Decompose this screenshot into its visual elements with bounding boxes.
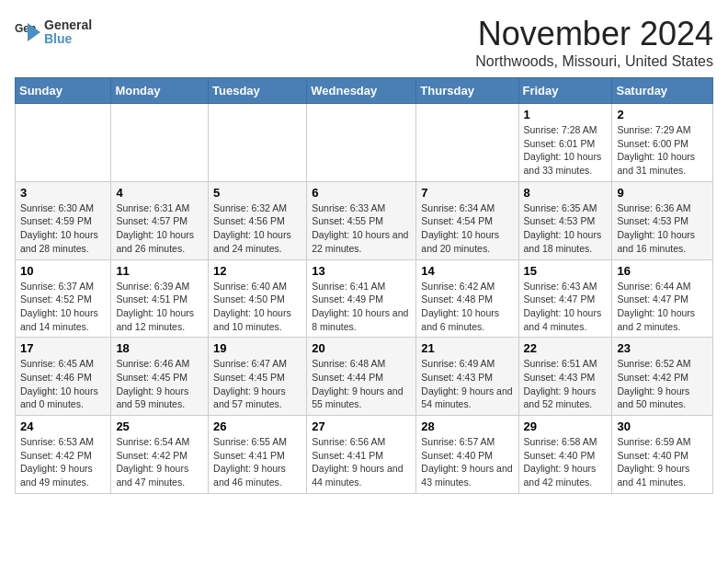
- location-title: Northwoods, Missouri, United States: [475, 53, 713, 70]
- calendar-cell: 27Sunrise: 6:56 AM Sunset: 4:41 PM Dayli…: [307, 416, 416, 494]
- calendar-cell: [416, 104, 518, 182]
- calendar-cell: 19Sunrise: 6:47 AM Sunset: 4:45 PM Dayli…: [209, 338, 307, 416]
- logo-icon: Gen: [15, 19, 40, 45]
- weekday-header-tuesday: Tuesday: [209, 78, 307, 104]
- calendar-cell: 14Sunrise: 6:42 AM Sunset: 4:48 PM Dayli…: [416, 259, 518, 338]
- logo: Gen General Blue: [15, 18, 92, 47]
- page-header: Gen General Blue November 2024 Northwood…: [15, 15, 713, 70]
- day-number: 6: [312, 186, 411, 200]
- day-number: 18: [116, 341, 203, 355]
- day-number: 22: [524, 341, 608, 355]
- logo-blue: Blue: [44, 32, 92, 46]
- weekday-header-thursday: Thursday: [416, 78, 518, 104]
- day-info: Sunrise: 6:45 AM Sunset: 4:46 PM Dayligh…: [20, 357, 106, 411]
- day-info: Sunrise: 6:51 AM Sunset: 4:43 PM Dayligh…: [524, 357, 608, 411]
- day-info: Sunrise: 6:48 AM Sunset: 4:44 PM Dayligh…: [312, 357, 411, 411]
- calendar-cell: 28Sunrise: 6:57 AM Sunset: 4:40 PM Dayli…: [416, 416, 518, 494]
- weekday-header-friday: Friday: [518, 78, 612, 104]
- day-number: 17: [20, 341, 106, 355]
- day-info: Sunrise: 6:59 AM Sunset: 4:40 PM Dayligh…: [617, 435, 708, 489]
- calendar-cell: 13Sunrise: 6:41 AM Sunset: 4:49 PM Dayli…: [307, 259, 416, 338]
- day-info: Sunrise: 6:56 AM Sunset: 4:41 PM Dayligh…: [312, 435, 411, 489]
- weekday-header-saturday: Saturday: [612, 78, 713, 104]
- day-number: 15: [524, 264, 608, 278]
- calendar-cell: [111, 104, 209, 182]
- day-number: 9: [617, 186, 708, 200]
- calendar-cell: 23Sunrise: 6:52 AM Sunset: 4:42 PM Dayli…: [612, 338, 713, 416]
- day-info: Sunrise: 6:30 AM Sunset: 4:59 PM Dayligh…: [20, 201, 106, 256]
- calendar-cell: [209, 104, 307, 182]
- day-number: 7: [421, 186, 513, 200]
- day-info: Sunrise: 6:58 AM Sunset: 4:40 PM Dayligh…: [524, 435, 608, 489]
- day-number: 21: [421, 341, 513, 355]
- day-info: Sunrise: 6:39 AM Sunset: 4:51 PM Dayligh…: [116, 280, 203, 334]
- day-info: Sunrise: 6:40 AM Sunset: 4:50 PM Dayligh…: [213, 280, 301, 334]
- calendar-cell: 8Sunrise: 6:35 AM Sunset: 4:53 PM Daylig…: [518, 181, 612, 259]
- day-info: Sunrise: 6:31 AM Sunset: 4:57 PM Dayligh…: [116, 201, 203, 256]
- calendar-cell: 4Sunrise: 6:31 AM Sunset: 4:57 PM Daylig…: [111, 181, 209, 259]
- calendar-week-5: 24Sunrise: 6:53 AM Sunset: 4:42 PM Dayli…: [16, 416, 713, 494]
- day-info: Sunrise: 6:47 AM Sunset: 4:45 PM Dayligh…: [213, 357, 301, 411]
- calendar-week-2: 3Sunrise: 6:30 AM Sunset: 4:59 PM Daylig…: [16, 181, 713, 259]
- day-info: Sunrise: 7:29 AM Sunset: 6:00 PM Dayligh…: [617, 123, 708, 178]
- day-info: Sunrise: 6:37 AM Sunset: 4:52 PM Dayligh…: [20, 280, 106, 334]
- calendar-week-1: 1Sunrise: 7:28 AM Sunset: 6:01 PM Daylig…: [16, 104, 713, 182]
- calendar-cell: 6Sunrise: 6:33 AM Sunset: 4:55 PM Daylig…: [307, 181, 416, 259]
- calendar-cell: 17Sunrise: 6:45 AM Sunset: 4:46 PM Dayli…: [16, 338, 111, 416]
- day-number: 30: [617, 419, 708, 433]
- calendar-cell: 18Sunrise: 6:46 AM Sunset: 4:45 PM Dayli…: [111, 338, 209, 416]
- day-info: Sunrise: 7:28 AM Sunset: 6:01 PM Dayligh…: [524, 123, 608, 178]
- calendar-week-4: 17Sunrise: 6:45 AM Sunset: 4:46 PM Dayli…: [16, 338, 713, 416]
- calendar-cell: [307, 104, 416, 182]
- calendar-cell: 1Sunrise: 7:28 AM Sunset: 6:01 PM Daylig…: [518, 104, 612, 182]
- day-number: 19: [213, 341, 301, 355]
- calendar-cell: 25Sunrise: 6:54 AM Sunset: 4:42 PM Dayli…: [111, 416, 209, 494]
- day-info: Sunrise: 6:54 AM Sunset: 4:42 PM Dayligh…: [116, 435, 203, 489]
- weekday-header-wednesday: Wednesday: [307, 78, 416, 104]
- day-info: Sunrise: 6:33 AM Sunset: 4:55 PM Dayligh…: [312, 201, 411, 256]
- calendar-cell: 9Sunrise: 6:36 AM Sunset: 4:53 PM Daylig…: [612, 181, 713, 259]
- day-number: 16: [617, 264, 708, 278]
- day-info: Sunrise: 6:34 AM Sunset: 4:54 PM Dayligh…: [421, 201, 513, 256]
- day-number: 26: [213, 419, 301, 433]
- calendar-cell: 5Sunrise: 6:32 AM Sunset: 4:56 PM Daylig…: [209, 181, 307, 259]
- title-block: November 2024 Northwoods, Missouri, Unit…: [475, 15, 713, 70]
- calendar-cell: 12Sunrise: 6:40 AM Sunset: 4:50 PM Dayli…: [209, 259, 307, 338]
- day-number: 11: [116, 264, 203, 278]
- day-number: 10: [20, 264, 106, 278]
- calendar-cell: 20Sunrise: 6:48 AM Sunset: 4:44 PM Dayli…: [307, 338, 416, 416]
- calendar-cell: 15Sunrise: 6:43 AM Sunset: 4:47 PM Dayli…: [518, 259, 612, 338]
- day-number: 8: [524, 186, 608, 200]
- day-number: 27: [312, 419, 411, 433]
- day-info: Sunrise: 6:55 AM Sunset: 4:41 PM Dayligh…: [213, 435, 301, 489]
- weekday-header-sunday: Sunday: [16, 78, 111, 104]
- calendar-cell: 11Sunrise: 6:39 AM Sunset: 4:51 PM Dayli…: [111, 259, 209, 338]
- calendar-cell: 22Sunrise: 6:51 AM Sunset: 4:43 PM Dayli…: [518, 338, 612, 416]
- day-info: Sunrise: 6:44 AM Sunset: 4:47 PM Dayligh…: [617, 280, 708, 334]
- calendar-body: 1Sunrise: 7:28 AM Sunset: 6:01 PM Daylig…: [16, 104, 713, 494]
- day-number: 29: [524, 419, 608, 433]
- day-info: Sunrise: 6:41 AM Sunset: 4:49 PM Dayligh…: [312, 280, 411, 334]
- day-number: 5: [213, 186, 301, 200]
- day-number: 28: [421, 419, 513, 433]
- calendar-week-3: 10Sunrise: 6:37 AM Sunset: 4:52 PM Dayli…: [16, 259, 713, 338]
- day-number: 13: [312, 264, 411, 278]
- calendar-cell: 7Sunrise: 6:34 AM Sunset: 4:54 PM Daylig…: [416, 181, 518, 259]
- day-info: Sunrise: 6:42 AM Sunset: 4:48 PM Dayligh…: [421, 280, 513, 334]
- day-number: 2: [617, 108, 708, 121]
- day-info: Sunrise: 6:49 AM Sunset: 4:43 PM Dayligh…: [421, 357, 513, 411]
- calendar-cell: [16, 104, 111, 182]
- day-number: 3: [20, 186, 106, 200]
- day-info: Sunrise: 6:57 AM Sunset: 4:40 PM Dayligh…: [421, 435, 513, 489]
- day-number: 4: [116, 186, 203, 200]
- logo-general: General: [44, 18, 92, 32]
- day-number: 1: [524, 108, 608, 121]
- calendar-table: SundayMondayTuesdayWednesdayThursdayFrid…: [15, 77, 713, 494]
- day-number: 24: [20, 419, 106, 433]
- month-title: November 2024: [475, 15, 713, 53]
- day-number: 14: [421, 264, 513, 278]
- day-info: Sunrise: 6:52 AM Sunset: 4:42 PM Dayligh…: [617, 357, 708, 411]
- day-number: 23: [617, 341, 708, 355]
- calendar-header-row: SundayMondayTuesdayWednesdayThursdayFrid…: [16, 78, 713, 104]
- day-info: Sunrise: 6:53 AM Sunset: 4:42 PM Dayligh…: [20, 435, 106, 489]
